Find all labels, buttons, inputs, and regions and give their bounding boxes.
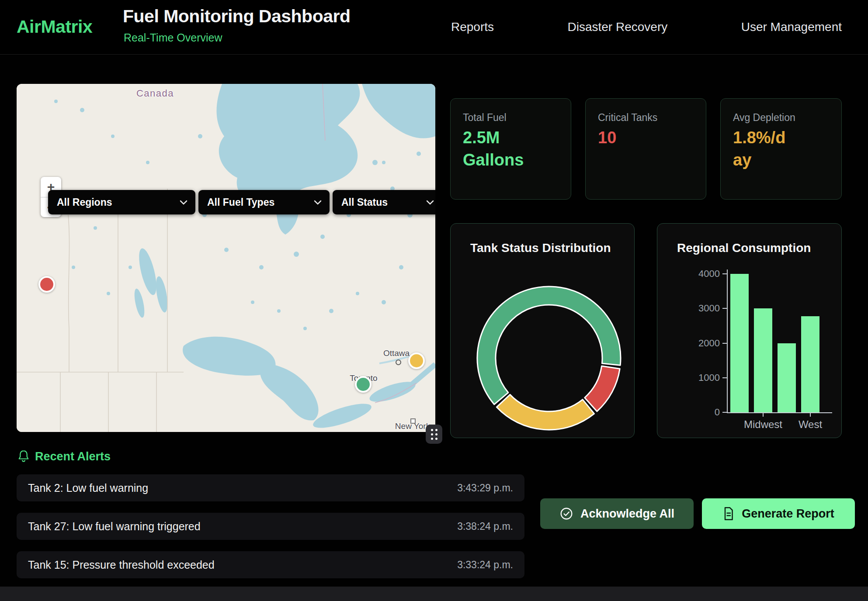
status-filter-value: All Status <box>341 197 388 208</box>
x-tick-label: Midwest <box>744 418 782 431</box>
acknowledge-all-label: Acknowledge All <box>580 507 674 521</box>
y-tick-mark <box>722 377 727 378</box>
chevron-down-icon <box>180 200 187 205</box>
map-label-ottawa: Ottawa <box>383 349 410 358</box>
y-tick-label: 4000 <box>689 268 720 280</box>
stat-value-avg-depletion: 1.8%/day <box>733 127 786 171</box>
status-filter-select[interactable]: All Status <box>333 190 435 214</box>
regional-consumption-card: Regional Consumption 01000200030004000Mi… <box>657 223 842 438</box>
bell-icon <box>17 449 30 463</box>
stat-label: Avg Depletion <box>733 112 795 124</box>
fuel-monitoring-dashboard: AirMatrix Fuel Monitoring Dashboard Real… <box>0 0 868 601</box>
nav-reports[interactable]: Reports <box>451 20 494 34</box>
bottom-bar <box>0 587 868 601</box>
stat-card-critical-tanks: Critical Tanks 10 <box>585 98 706 200</box>
y-tick-mark <box>722 343 727 344</box>
alert-time: 3:33:24 p.m. <box>457 559 513 571</box>
y-axis <box>727 269 728 412</box>
stat-label: Total Fuel <box>463 112 507 124</box>
alert-row: Tank 2: Low fuel warning 3:43:29 p.m. <box>17 474 524 501</box>
check-circle-icon <box>559 507 573 521</box>
alert-row: Tank 15: Pressure threshold exceeded 3:3… <box>17 551 524 578</box>
stat-card-avg-depletion: Avg Depletion 1.8%/day <box>720 98 842 200</box>
consumption-bar <box>801 316 819 412</box>
y-tick-label: 0 <box>689 407 720 418</box>
tank-status-donut <box>462 269 636 444</box>
alert-time: 3:38:24 p.m. <box>457 521 513 532</box>
map[interactable]: Canada Ottawa Toronto New York + − All R… <box>17 84 435 432</box>
region-filter-value: All Regions <box>57 197 112 208</box>
document-icon <box>722 507 735 521</box>
alert-text: Tank 27: Low fuel warning triggered <box>28 520 201 533</box>
chevron-down-icon <box>426 200 434 205</box>
alert-time: 3:43:29 p.m. <box>457 482 513 494</box>
stat-value-total-fuel: 2.5M Gallons <box>463 127 542 171</box>
brand-logo[interactable]: AirMatrix <box>17 17 92 37</box>
alert-text: Tank 15: Pressure threshold exceeded <box>28 559 215 571</box>
y-tick-mark <box>722 273 727 274</box>
x-tick-label: West <box>799 418 822 431</box>
nav-disaster-recovery[interactable]: Disaster Recovery <box>567 20 667 34</box>
region-filter-select[interactable]: All Regions <box>48 190 195 214</box>
y-tick-label: 2000 <box>689 338 720 349</box>
donut-segment <box>496 394 594 430</box>
main-nav: Reports Disaster Recovery User Managemen… <box>451 0 842 54</box>
tank-status-title: Tank Status Distribution <box>470 241 611 255</box>
x-tick-mark <box>810 413 811 417</box>
x-axis <box>727 412 832 413</box>
consumption-bar <box>778 343 796 413</box>
fuel-type-filter-select[interactable]: All Fuel Types <box>198 190 330 214</box>
header: AirMatrix Fuel Monitoring Dashboard Real… <box>0 0 868 55</box>
tank-marker-critical[interactable] <box>38 276 55 293</box>
chevron-down-icon <box>314 200 322 205</box>
tank-marker-normal[interactable] <box>355 376 372 393</box>
y-tick-mark <box>722 308 727 309</box>
new-york-city-icon <box>410 418 416 424</box>
alert-text: Tank 2: Low fuel warning <box>28 482 148 494</box>
nav-user-management[interactable]: User Management <box>741 20 842 34</box>
regional-consumption-chart: 01000200030004000MidwestWest <box>657 224 842 439</box>
alert-row: Tank 27: Low fuel warning triggered 3:38… <box>17 513 524 540</box>
consumption-bar <box>730 274 749 412</box>
donut-segment <box>585 366 620 411</box>
ottawa-city-icon <box>396 359 401 365</box>
tank-status-card: Tank Status Distribution <box>450 223 635 438</box>
stat-label: Critical Tanks <box>598 112 657 124</box>
x-tick-mark <box>763 413 764 417</box>
stat-card-total-fuel: Total Fuel 2.5M Gallons <box>450 98 571 200</box>
y-tick-label: 1000 <box>689 372 720 383</box>
map-filters: All Regions All Fuel Types All Status <box>48 190 435 214</box>
y-tick-label: 3000 <box>689 303 720 314</box>
stat-value-critical-tanks: 10 <box>598 127 677 149</box>
consumption-bar <box>754 308 772 412</box>
generate-report-button[interactable]: Generate Report <box>702 498 855 529</box>
tank-marker-warning[interactable] <box>408 352 425 369</box>
fuel-type-filter-value: All Fuel Types <box>207 197 274 208</box>
generate-report-label: Generate Report <box>742 507 834 521</box>
map-label-canada: Canada <box>136 88 174 99</box>
page-subtitle: Real-Time Overview <box>124 31 222 44</box>
y-tick-mark <box>722 412 727 413</box>
map-drag-handle-icon[interactable] <box>426 425 442 444</box>
acknowledge-all-button[interactable]: Acknowledge All <box>540 498 694 529</box>
page-title: Fuel Monitoring Dashboard <box>123 6 350 27</box>
recent-alerts-title: Recent Alerts <box>35 450 111 463</box>
